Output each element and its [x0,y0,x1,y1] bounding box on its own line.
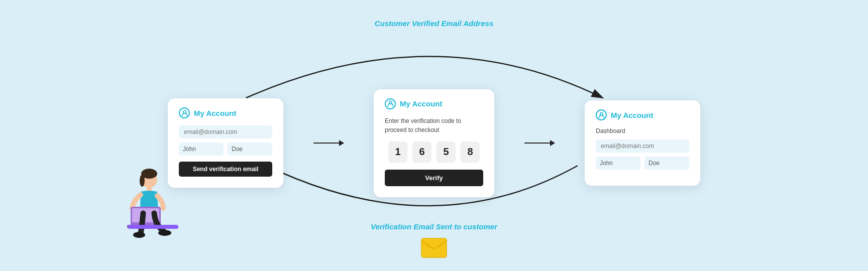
card3-last-name-input[interactable] [644,157,689,170]
svg-point-9 [133,232,145,238]
arrow-line-1 [313,143,344,144]
arrow-1 [313,143,344,144]
send-verification-email-button[interactable]: Send verification email [179,162,272,177]
arrow-2 [524,143,555,144]
card3-email-input[interactable] [596,140,689,153]
card1-last-name-input[interactable] [228,143,272,156]
main-container: Customer Verified Email Address Verifica… [0,0,868,271]
verify-button[interactable]: Verify [385,170,483,186]
bottom-label: Verification Email Sent to customer [371,222,497,231]
card1-first-name-input[interactable] [179,143,224,156]
code-digit-3[interactable]: 5 [437,142,456,163]
card2-header: My Account [385,98,483,109]
card1-name-row [179,143,272,156]
card1-email-input[interactable] [179,125,272,139]
svg-rect-11 [128,225,178,229]
svg-point-10 [158,230,171,236]
code-digit-4[interactable]: 8 [461,142,480,163]
card3-header: My Account [596,109,689,120]
code-digit-1[interactable]: 1 [388,142,407,163]
svg-rect-15 [421,238,447,257]
card3-first-name-input[interactable] [596,157,640,170]
code-row: 1 6 5 8 [385,142,483,163]
account-icon-1 [179,107,190,118]
card-verification: My Account Enter the verification code t… [374,89,494,197]
account-icon-2 [385,98,396,109]
card3-name-row [596,157,689,170]
card2-description: Enter the verification code to proceed t… [385,116,483,134]
card3-dashboard-label: Dashboard [596,127,689,134]
email-icon-container [421,238,447,260]
account-icon-3 [596,109,607,120]
email-icon [421,238,447,258]
card3-title: My Account [611,111,653,119]
card-account-3: My Account Dashboard [585,100,700,186]
person-illustration [113,166,178,246]
card-account-1: My Account Send verification email [168,98,283,188]
cards-row: My Account Send verification email My Ac… [168,89,700,197]
card2-title: My Account [400,99,442,108]
svg-point-4 [140,175,145,187]
card1-title: My Account [194,109,236,117]
code-digit-2[interactable]: 6 [412,142,431,163]
arrow-line-2 [524,143,555,144]
top-label: Customer Verified Email Address [375,19,493,28]
card1-header: My Account [179,107,272,118]
